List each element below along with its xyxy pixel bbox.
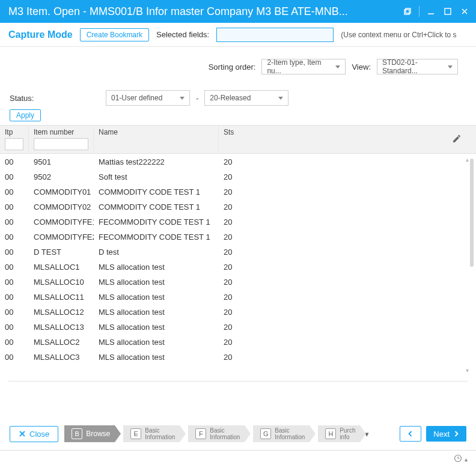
cell-name: MLS allocation test: [94, 338, 219, 347]
clock-icon[interactable]: [454, 454, 462, 464]
cell-name: COMMODITY CODE TEST 1: [94, 202, 219, 211]
step-f[interactable]: FBasicInformation: [188, 425, 245, 442]
step-g[interactable]: GBasicInformation: [253, 425, 310, 442]
cell-itemnum: MLSALLOC1: [29, 263, 94, 272]
cell-itemnum: COMMODITY01: [29, 187, 94, 196]
cell-itp: 00: [0, 338, 29, 347]
step-label: BasicInformation: [145, 427, 175, 440]
table-row[interactable]: 00MLSALLOC2MLS allocation test20: [0, 334, 476, 349]
step-label: Purchinfo: [340, 427, 355, 440]
minimize-icon[interactable]: [426, 6, 436, 17]
status-label: Status:: [10, 94, 100, 103]
cell-itp: 00: [0, 293, 29, 302]
cell-itemnum: MLSALLOC2: [29, 338, 94, 347]
cell-name: D test: [94, 248, 219, 257]
window-title: M3 Item. Open - MMS001/B Infor master Co…: [8, 5, 402, 18]
close-button[interactable]: Close: [10, 426, 58, 442]
create-bookmark-button[interactable]: Create Bookmark: [80, 28, 149, 41]
table-row[interactable]: 00COMMODITYFE2FECOMMODITY CODE TEST 120: [0, 229, 476, 244]
edit-columns-icon[interactable]: [452, 134, 462, 145]
step-h[interactable]: HPurchinfo: [318, 425, 360, 442]
chevron-down-icon: [335, 65, 340, 68]
cell-itp: 00: [0, 202, 29, 211]
window-titlebar: M3 Item. Open - MMS001/B Infor master Co…: [0, 0, 476, 23]
table-row[interactable]: 00MLSALLOC10MLS allocation test20: [0, 274, 476, 289]
step-e[interactable]: EBasicInformation: [123, 425, 180, 442]
expand-up-icon[interactable]: ▴: [465, 456, 468, 463]
grid-body[interactable]: ▴ ▾ 009501Mattias test22222220009502Soft…: [0, 154, 476, 376]
selected-fields-label: Selected fields:: [156, 30, 209, 39]
cell-sts: 20: [219, 338, 248, 347]
vertical-scrollbar[interactable]: [469, 154, 474, 376]
cell-itp: 00: [0, 248, 29, 257]
maximize-icon[interactable]: [442, 6, 453, 17]
apply-button[interactable]: Apply: [10, 109, 41, 121]
filter-input-itemnum[interactable]: [34, 138, 88, 150]
table-row[interactable]: 00MLSALLOC13MLS allocation test20: [0, 319, 476, 334]
cell-itemnum: MLSALLOC13: [29, 323, 94, 332]
cell-itp: 00: [0, 187, 29, 196]
col-header-itp[interactable]: Itp: [5, 128, 23, 136]
cell-name: MLS allocation test: [94, 293, 219, 302]
capture-bar: Capture Mode Create Bookmark Selected fi…: [0, 23, 476, 47]
step-b[interactable]: BBrowse: [64, 425, 115, 442]
cell-name: MLS allocation test: [94, 263, 219, 272]
cell-itp: 00: [0, 353, 29, 362]
cell-sts: 20: [219, 353, 248, 362]
cell-name: MLS allocation test: [94, 308, 219, 317]
scroll-down-icon[interactable]: ▾: [466, 367, 469, 374]
col-header-name[interactable]: Name: [99, 128, 213, 136]
table-row[interactable]: 00MLSALLOC12MLS allocation test20: [0, 304, 476, 319]
col-header-sts[interactable]: Sts: [224, 128, 243, 136]
cell-itp: 00: [0, 308, 29, 317]
restore-icon[interactable]: [402, 6, 413, 17]
step-key: F: [195, 428, 206, 439]
cell-itemnum: 9502: [29, 172, 94, 181]
data-grid: Itp Item number Name Sts ▴ ▾ 009501Matti…: [0, 125, 476, 376]
step-key: G: [260, 428, 271, 439]
selected-fields-input[interactable]: [216, 28, 334, 42]
svg-rect-3: [445, 8, 451, 14]
cell-itp: 00: [0, 172, 29, 181]
range-dash: -: [196, 94, 198, 103]
chevron-down-icon: [448, 65, 453, 68]
svg-rect-0: [404, 10, 409, 14]
table-row[interactable]: 00MLSALLOC3MLS allocation test20: [0, 349, 476, 364]
cell-sts: 20: [219, 263, 248, 272]
view-select[interactable]: STD02-01-Standard...: [377, 59, 458, 74]
table-row[interactable]: 00MLSALLOC11MLS allocation test20: [0, 289, 476, 304]
next-button[interactable]: Next: [426, 426, 466, 442]
step-label: BasicInformation: [210, 427, 240, 440]
table-row[interactable]: 00D TESTD test20: [0, 244, 476, 259]
step-key: E: [130, 428, 141, 439]
table-row[interactable]: 009501Mattias test22222220: [0, 154, 476, 169]
col-header-itemnum[interactable]: Item number: [34, 128, 88, 136]
filter-input-itp[interactable]: [5, 138, 23, 150]
table-row[interactable]: 00COMMODITY01COMMODITY CODE TEST 120: [0, 184, 476, 199]
table-row[interactable]: 00COMMODITYFE1FECOMMODITY CODE TEST 120: [0, 214, 476, 229]
close-icon[interactable]: [459, 6, 470, 17]
cell-sts: 20: [219, 232, 248, 242]
cell-itp: 00: [0, 217, 29, 226]
cell-sts: 20: [219, 217, 248, 226]
capture-hint: (Use context menu or Ctrl+Click to s: [341, 31, 456, 39]
status-bar: ▴: [0, 450, 476, 468]
step-key: B: [72, 428, 82, 439]
sorting-order-select[interactable]: 2-Item type, Item nu...: [261, 59, 346, 74]
cell-sts: 20: [219, 172, 248, 181]
cell-name: MLS allocation test: [94, 353, 219, 362]
prev-button[interactable]: [400, 426, 421, 442]
table-row[interactable]: 009502Soft test20: [0, 169, 476, 184]
table-row[interactable]: 00COMMODITY02COMMODITY CODE TEST 120: [0, 199, 476, 214]
sorting-order-label: Sorting order:: [209, 62, 256, 71]
cell-itp: 00: [0, 278, 29, 287]
status-from-select[interactable]: 01-User defined: [106, 90, 190, 106]
cell-name: Soft test: [94, 172, 219, 181]
table-row[interactable]: 00MLSALLOC1MLS allocation test20: [0, 259, 476, 274]
cell-name: COMMODITY CODE TEST 1: [94, 187, 219, 196]
cell-name: FECOMMODITY CODE TEST 1: [94, 217, 219, 226]
cell-sts: 20: [219, 202, 248, 211]
cell-itemnum: D TEST: [29, 248, 94, 257]
cell-itemnum: COMMODITYFE1: [29, 217, 94, 226]
status-to-select[interactable]: 20-Released: [204, 90, 288, 106]
